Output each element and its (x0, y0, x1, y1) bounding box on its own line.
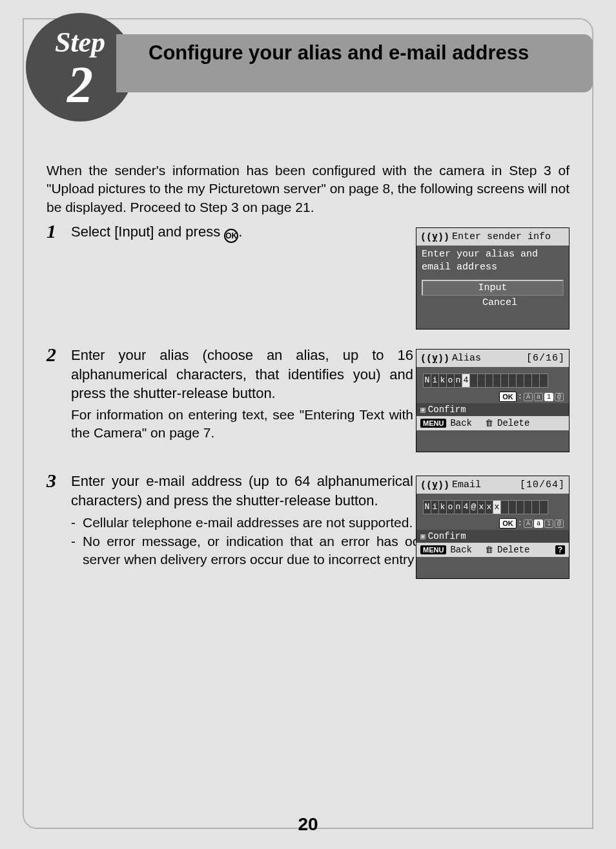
lcd1-msg-line2: email address (422, 261, 564, 274)
char-cell: N (424, 374, 431, 387)
ok-tag: OK (499, 518, 517, 529)
lcd3-header: ((ỵ)) Email [10/64] (416, 476, 569, 494)
mode-upper-icon: A (524, 519, 533, 528)
char-cell: x (478, 501, 486, 514)
char-cell (509, 501, 517, 514)
lcd2-input-area: Nikon4 (416, 367, 569, 390)
lcd3-back-text: Back (450, 545, 472, 555)
bullet-dash: - (71, 514, 83, 532)
instruction-2-main: Enter your alias (choose an alias, up to… (71, 346, 413, 403)
ok-button-icon: OK (224, 229, 238, 243)
char-cell (532, 501, 540, 514)
char-cell: n (455, 374, 462, 387)
lcd3-header-text: Email (452, 479, 481, 490)
instruction-2-sub: For information on entering text, see "E… (71, 406, 413, 443)
char-cell (524, 501, 532, 514)
lcd1-header-text: Enter sender info (452, 231, 551, 242)
char-cell: @ (470, 501, 478, 514)
char-cell (517, 374, 524, 387)
lcd2-confirm-text: Confirm (428, 404, 466, 415)
char-cell: n (455, 501, 462, 514)
char-cell (478, 374, 486, 387)
trash-icon (485, 545, 493, 555)
shutter-icon (420, 404, 426, 415)
char-cell (501, 374, 509, 387)
char-cell: i (431, 501, 439, 514)
char-cell: x (493, 501, 501, 514)
lcd2-header-text: Alias (452, 353, 481, 364)
antenna-icon: ((ỵ)) (420, 231, 449, 243)
lcd1-cancel-button: Cancel (436, 297, 564, 308)
instruction-2-number: 2 (46, 344, 56, 366)
lcd2-header: ((ỵ)) Alias [6/16] (416, 350, 569, 367)
lcd3-confirm-text: Confirm (428, 531, 466, 541)
char-cell (517, 501, 524, 514)
trash-icon (485, 418, 493, 428)
char-cell (493, 374, 501, 387)
char-cell: k (439, 374, 447, 387)
lcd2-char-grid: Nikon4 (423, 373, 548, 388)
char-cell: i (431, 374, 439, 387)
page-number: 20 (0, 814, 616, 835)
menu-tag: MENU (420, 419, 446, 428)
instruction-1-text-before: Select [Input] and press (71, 224, 224, 240)
char-cell: o (447, 501, 455, 514)
lcd1-message: Enter your alias and email address (416, 246, 569, 276)
instruction-3-number: 3 (46, 470, 56, 492)
lcd1-msg-line1: Enter your alias and (422, 248, 564, 261)
mode-lower-icon: a (534, 519, 543, 528)
char-cell: k (439, 501, 447, 514)
lcd3-delete-text: Delete (497, 545, 529, 555)
lcd3-input-area: Nikon4@xxx (416, 494, 569, 517)
page-title: Configure your alias and e-mail address (116, 34, 593, 92)
lcd3-char-grid: Nikon4@xxx (423, 500, 548, 514)
camera-screen-email: ((ỵ)) Email [10/64] Nikon4@xxx OK: A a 1… (416, 476, 570, 579)
lcd2-mode-row: OK: A a 1 @ (416, 390, 569, 403)
lcd3-bottom-bar: MENU Back Delete ? (416, 543, 569, 557)
instruction-1-number: 1 (46, 220, 56, 242)
lcd3-mode-row: OK: A a 1 @ (416, 517, 569, 530)
char-cell (509, 374, 517, 387)
char-cell (540, 374, 548, 387)
shutter-icon (420, 531, 426, 541)
lcd1-header: ((ỵ)) Enter sender info (416, 228, 569, 246)
camera-screen-sender-info: ((ỵ)) Enter sender info Enter your alias… (416, 227, 570, 330)
lcd3-confirm-bar: Confirm (416, 530, 569, 543)
char-cell (532, 374, 540, 387)
lcd2-back-text: Back (450, 418, 472, 428)
char-cell: N (424, 501, 431, 514)
instruction-3-main: Enter your e-mail address (up to 64 alph… (71, 472, 413, 510)
bullet-dash: - (71, 532, 83, 569)
intro-text: When the sender's information has been c… (46, 162, 570, 216)
antenna-icon: ((ỵ)) (420, 479, 449, 491)
menu-tag: MENU (420, 545, 446, 554)
char-cell (470, 374, 478, 387)
mode-num-icon: 1 (544, 393, 553, 401)
mode-symbol-icon: @ (555, 519, 564, 528)
antenna-icon: ((ỵ)) (420, 352, 449, 364)
lcd2-bottom-bar: MENU Back Delete (416, 416, 569, 430)
lcd1-input-button: Input (422, 280, 564, 296)
lcd2-counter: [6/16] (526, 353, 565, 364)
help-icon: ? (555, 545, 565, 554)
lcd2-confirm-bar: Confirm (416, 403, 569, 416)
char-cell (540, 501, 548, 514)
char-cell (501, 501, 509, 514)
mode-num-icon: 1 (544, 519, 553, 528)
lcd3-counter: [10/64] (520, 479, 565, 490)
mode-upper-icon: A (524, 393, 533, 401)
camera-screen-alias: ((ỵ)) Alias [6/16] Nikon4 OK: A a 1 @ Co… (416, 349, 570, 452)
char-cell: o (447, 374, 455, 387)
mode-symbol-icon: @ (555, 393, 564, 401)
mode-lower-icon: a (534, 393, 543, 401)
char-cell (486, 374, 493, 387)
instruction-1-text-after: . (238, 224, 242, 240)
char-cell: 4 (462, 374, 470, 387)
ok-tag: OK (499, 392, 517, 402)
lcd2-delete-text: Delete (497, 418, 529, 428)
char-cell (524, 374, 532, 387)
char-cell: x (486, 501, 493, 514)
char-cell: 4 (462, 501, 470, 514)
